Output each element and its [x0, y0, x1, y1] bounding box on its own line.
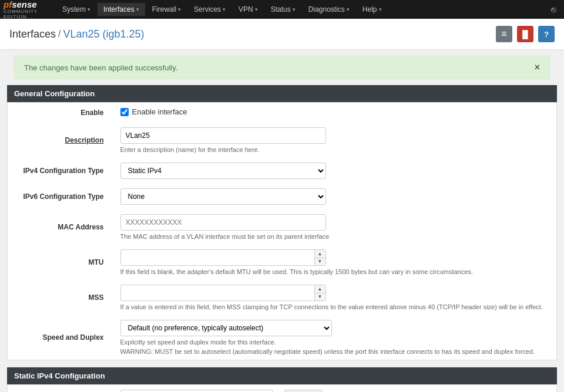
- content: The changes have been applied successful…: [0, 56, 564, 392]
- ipv4-type-row: IPv4 Configuration Type Static IPv4 DHCP…: [8, 158, 557, 184]
- nav-status[interactable]: Status ▾: [265, 3, 301, 16]
- chevron-down-icon: ▾: [178, 6, 181, 12]
- enable-checkbox[interactable]: [120, 108, 129, 116]
- alert-message: The changes have been applied successful…: [24, 63, 177, 72]
- speed-duplex-help2: WARNING: MUST be set to autoselect (auto…: [120, 348, 550, 355]
- chart-icon[interactable]: ▐▌: [517, 26, 533, 42]
- ipv4-type-select[interactable]: Static IPv4 DHCP None: [120, 163, 326, 179]
- breadcrumb-current: VLan25 (igb1.25): [63, 28, 145, 40]
- help-icon[interactable]: ?: [538, 26, 555, 42]
- chevron-down-icon: ▾: [347, 6, 350, 12]
- mss-label: MSS: [8, 280, 113, 315]
- ipv4-address-input[interactable]: [120, 390, 273, 392]
- nav-system[interactable]: System ▾: [56, 3, 96, 16]
- ipv6-type-label: IPv6 Configuration Type: [8, 184, 113, 209]
- mtu-row: MTU ▲ ▼ If this field is blank, the adap…: [8, 245, 557, 280]
- alert-close-button[interactable]: ×: [535, 62, 540, 73]
- ipv6-type-select[interactable]: None Static IPv6 DHCPv6 SLAAC: [120, 188, 326, 205]
- mss-help: If a value is entered in this field, the…: [120, 303, 550, 310]
- description-label: Description: [8, 123, 113, 158]
- chevron-down-icon: ▾: [379, 6, 382, 12]
- breadcrumb-parent[interactable]: Interfaces: [9, 28, 56, 40]
- mss-input[interactable]: [121, 286, 314, 299]
- ipv6-type-control: None Static IPv6 DHCPv6 SLAAC: [113, 184, 557, 209]
- breadcrumb-separator: /: [58, 29, 61, 39]
- alert-success: The changes have been applied successful…: [14, 56, 550, 79]
- speed-duplex-select[interactable]: Default (no preference, typically autose…: [120, 320, 332, 336]
- breadcrumb: Interfaces / VLan25 (igb1.25): [9, 28, 145, 40]
- description-help: Enter a description (name) for the inter…: [120, 146, 550, 153]
- nav-menu: System ▾ Interfaces ▾ Firewall ▾ Service…: [56, 3, 546, 16]
- speed-duplex-label: Speed and Duplex: [8, 315, 113, 360]
- ipv4-address-label: IPv4 Address: [8, 385, 113, 393]
- nav-interfaces[interactable]: Interfaces ▾: [98, 3, 145, 16]
- nav-vpn[interactable]: VPN ▾: [233, 3, 264, 16]
- ipv4-type-label: IPv4 Configuration Type: [8, 158, 113, 184]
- nav-help[interactable]: Help ▾: [357, 3, 388, 16]
- ipv4-address-row: IPv4 Address / 32313029 28272625 242322 …: [8, 385, 557, 393]
- mac-row: MAC Address The MAC address of a VLAN in…: [8, 209, 557, 245]
- enable-row: Enable Enable interface: [8, 103, 557, 123]
- mac-input[interactable]: [120, 214, 326, 231]
- mtu-increment-button[interactable]: ▲: [315, 250, 325, 258]
- top-nav: pfsense COMMUNITY EDITION System ▾ Inter…: [0, 0, 564, 19]
- mtu-input[interactable]: [121, 251, 314, 264]
- mtu-label: MTU: [8, 245, 113, 280]
- mss-spinbox-buttons: ▲ ▼: [314, 285, 325, 300]
- mss-spinbox: ▲ ▼: [120, 285, 326, 301]
- mss-decrement-button[interactable]: ▼: [315, 293, 325, 301]
- mtu-help: If this field is blank, the adapter's de…: [120, 268, 550, 275]
- description-row: Description Enter a description (name) f…: [8, 123, 557, 158]
- chevron-down-icon: ▾: [255, 6, 258, 12]
- enable-checkbox-label: Enable interface: [132, 107, 187, 116]
- mac-help: The MAC address of a VLAN interface must…: [120, 233, 550, 240]
- mss-control: ▲ ▼ If a value is entered in this field,…: [113, 280, 557, 315]
- chevron-down-icon: ▾: [88, 6, 90, 12]
- mac-label: MAC Address: [8, 209, 113, 245]
- nav-diagnostics[interactable]: Diagnostics ▾: [303, 3, 355, 16]
- speed-duplex-help1: Explicitly set speed and duplex mode for…: [120, 339, 550, 346]
- logo: pfsense COMMUNITY EDITION: [4, 1, 51, 18]
- general-config-table: Enable Enable interface Description Ente…: [7, 102, 557, 360]
- ipv4-address-control: / 32313029 28272625 242322 168: [113, 385, 557, 392]
- page-header: Interfaces / VLan25 (igb1.25) ≡ ▐▌ ?: [0, 19, 564, 50]
- ipv4-address-row-inner: / 32313029 28272625 242322 168: [120, 390, 550, 392]
- mss-row: MSS ▲ ▼ If a value is entered in this fi…: [8, 280, 557, 315]
- general-config-header: General Configuration: [7, 85, 557, 102]
- mtu-spinbox-buttons: ▲ ▼: [314, 250, 325, 265]
- mtu-decrement-button[interactable]: ▼: [315, 258, 325, 266]
- mtu-spinbox: ▲ ▼: [120, 249, 326, 266]
- enable-control: Enable interface: [113, 103, 557, 121]
- mac-control: The MAC address of a VLAN interface must…: [113, 209, 557, 245]
- logo-sub: COMMUNITY EDITION: [4, 9, 51, 19]
- settings-icon[interactable]: ≡: [496, 26, 512, 42]
- enable-label: Enable: [8, 103, 113, 123]
- enable-checkbox-row: Enable interface: [120, 107, 550, 116]
- speed-duplex-row: Speed and Duplex Default (no preference,…: [8, 315, 557, 360]
- logout-icon[interactable]: ⎋: [546, 2, 560, 16]
- ipv4-type-control: Static IPv4 DHCP None: [113, 158, 557, 184]
- static-ipv4-table: IPv4 Address / 32313029 28272625 242322 …: [7, 384, 557, 392]
- ipv6-type-row: IPv6 Configuration Type None Static IPv6…: [8, 184, 557, 209]
- chevron-down-icon: ▾: [293, 6, 296, 12]
- mss-increment-button[interactable]: ▲: [315, 285, 325, 293]
- chevron-down-icon: ▾: [223, 6, 226, 12]
- speed-duplex-control: Default (no preference, typically autose…: [113, 315, 557, 360]
- static-ipv4-header: Static IPv4 Configuration: [7, 367, 557, 384]
- description-input[interactable]: [120, 127, 326, 144]
- chevron-down-icon: ▾: [136, 6, 139, 12]
- nav-firewall[interactable]: Firewall ▾: [146, 3, 187, 16]
- description-control: Enter a description (name) for the inter…: [113, 123, 557, 158]
- nav-services[interactable]: Services ▾: [188, 3, 231, 16]
- ipv4-cidr-select[interactable]: 32313029 28272625 242322 168: [284, 390, 323, 392]
- header-actions: ≡ ▐▌ ?: [496, 26, 555, 42]
- mtu-control: ▲ ▼ If this field is blank, the adapter'…: [113, 245, 557, 280]
